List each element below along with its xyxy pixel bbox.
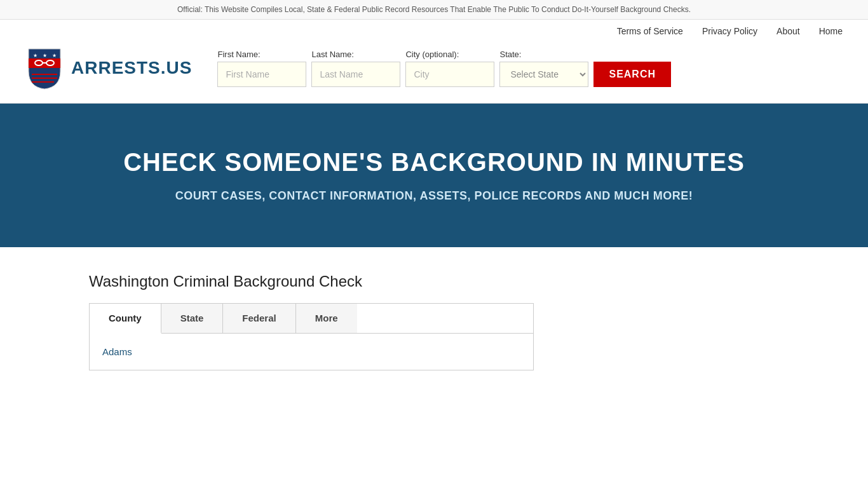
city-input[interactable] [405,62,494,87]
svg-text:★: ★ [52,53,57,58]
main-content: Washington Criminal Background Check Cou… [0,247,868,396]
top-nav: Terms of Service Privacy Policy About Ho… [25,20,843,39]
search-button[interactable]: SEARCH [593,62,671,87]
logo-text: ARRESTS.US [71,58,192,78]
tab-federal[interactable]: Federal [223,304,295,333]
city-group: City (optional): [405,50,494,87]
first-name-label: First Name: [217,50,306,59]
last-name-input[interactable] [311,62,400,87]
tab-state[interactable]: State [161,304,224,333]
privacy-link[interactable]: Privacy Policy [702,26,757,36]
tabs-header: County State Federal More [90,304,533,334]
announcement-bar: Official: This Website Compiles Local, S… [0,0,868,20]
about-link[interactable]: About [776,26,800,36]
announcement-text: Official: This Website Compiles Local, S… [177,5,691,14]
logo-link[interactable]: ★ ★ ★ ARRESTS.US [25,46,192,90]
search-form: First Name: Last Name: City (optional): … [217,50,843,87]
hero-subtitle: COURT CASES, CONTACT INFORMATION, ASSETS… [25,189,843,203]
header-main: ★ ★ ★ ARRESTS.US First Name: Last Name: … [25,39,843,103]
section-title: Washington Criminal Background Check [89,273,779,290]
svg-text:★: ★ [43,53,47,58]
terms-link[interactable]: Terms of Service [617,26,683,36]
last-name-group: Last Name: [311,50,400,87]
logo-icon: ★ ★ ★ [25,46,64,90]
city-label: City (optional): [405,50,494,59]
svg-text:★: ★ [33,53,37,58]
hero-banner: CHECK SOMEONE'S BACKGROUND IN MINUTES CO… [0,104,868,247]
tabs-content: Adams [90,334,533,370]
tabs-container: County State Federal More Adams [89,303,534,370]
home-link[interactable]: Home [819,26,843,36]
state-label: State: [499,50,588,59]
tab-more[interactable]: More [296,304,357,333]
county-item-adams[interactable]: Adams [102,344,520,360]
hero-title: CHECK SOMEONE'S BACKGROUND IN MINUTES [25,148,843,177]
state-group: State: Select State Alabama Alaska Arizo… [499,50,588,87]
last-name-label: Last Name: [311,50,400,59]
first-name-group: First Name: [217,50,306,87]
tab-county[interactable]: County [90,304,161,334]
header: Terms of Service Privacy Policy About Ho… [0,20,868,104]
first-name-input[interactable] [217,62,306,87]
state-select[interactable]: Select State Alabama Alaska Arizona Wash… [499,62,588,87]
